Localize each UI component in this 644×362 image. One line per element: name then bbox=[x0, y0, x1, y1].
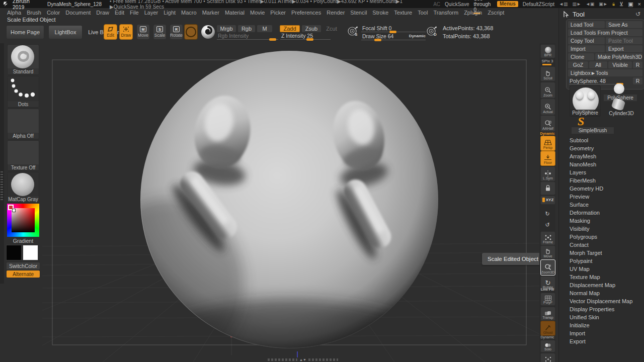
bpr-button[interactable]: BPR bbox=[540, 44, 555, 58]
clone-button[interactable]: Clone bbox=[568, 53, 594, 60]
zcut-button[interactable]: Zcut bbox=[323, 25, 340, 32]
lock-icon[interactable] bbox=[612, 2, 615, 7]
z-intensity-slider[interactable]: Z Intensity 25 bbox=[280, 33, 331, 40]
left-shelf-collapse-handle[interactable] bbox=[0, 43, 4, 284]
move-button[interactable]: M Move bbox=[136, 24, 150, 40]
zadd-button[interactable]: Zadd bbox=[280, 25, 300, 32]
quicksave-button[interactable]: QuickSave bbox=[445, 2, 469, 7]
slider-handle[interactable] bbox=[306, 38, 313, 41]
menu-item[interactable]: Macro bbox=[181, 10, 197, 16]
alternate-button[interactable]: Alternate bbox=[7, 270, 40, 278]
restore-icon[interactable]: ▣ bbox=[628, 2, 633, 7]
menu-item[interactable]: Material bbox=[225, 10, 245, 16]
import-button[interactable]: Import bbox=[568, 45, 605, 52]
actual-button[interactable]: Actual bbox=[540, 99, 555, 115]
mrgb-button[interactable]: Mrgb bbox=[217, 25, 236, 32]
tool-section-header[interactable]: Contact bbox=[570, 241, 640, 249]
tool-section-header[interactable]: Export bbox=[570, 337, 640, 345]
main-color-swatch[interactable] bbox=[6, 245, 22, 260]
tool-section-header[interactable]: Texture Map bbox=[570, 273, 640, 281]
lsym-button[interactable]: L.Sym bbox=[540, 166, 555, 182]
slider-handle[interactable] bbox=[269, 38, 276, 41]
draw-size-slider[interactable]: Draw Size 64 Dynamic bbox=[361, 33, 426, 40]
stroke-dial-icon[interactable]: S bbox=[347, 25, 359, 39]
menu-item[interactable]: Alpha bbox=[7, 10, 21, 16]
tool-section-header[interactable]: Polygroups bbox=[570, 233, 640, 241]
copy-tool-button[interactable]: Copy Tool bbox=[568, 37, 605, 44]
load-tools-from-project-button[interactable]: Load Tools From Project bbox=[568, 29, 642, 36]
goz-button[interactable]: GoZ bbox=[568, 61, 588, 68]
cylinder3d-thumb-label[interactable]: Cylinder3D bbox=[604, 111, 639, 116]
tool-section-header[interactable]: Unified Skin bbox=[570, 313, 640, 321]
menu-item[interactable]: Render bbox=[327, 10, 345, 16]
tool-section-header[interactable]: Display Properties bbox=[570, 305, 640, 313]
tool-section-header[interactable]: UV Map bbox=[570, 265, 640, 273]
export-button[interactable]: Export bbox=[606, 45, 642, 52]
load-tool-button[interactable]: Load Tool bbox=[568, 21, 605, 28]
dynamic-label[interactable]: Dynamic bbox=[409, 34, 426, 38]
alpha-selector[interactable]: Alpha Off bbox=[7, 109, 39, 139]
menu-item[interactable]: Edit bbox=[115, 10, 124, 16]
menu-item[interactable]: Color bbox=[47, 10, 60, 16]
minimize-icon[interactable]: ⊻ bbox=[619, 2, 623, 7]
floor-button[interactable]: Floor bbox=[540, 151, 555, 166]
rgb-intensity-slider[interactable]: Rgb Intensity bbox=[217, 33, 278, 40]
spin-z-icon[interactable]: ↺ bbox=[540, 220, 554, 230]
goz-r-button[interactable]: R bbox=[633, 61, 642, 68]
draw-button[interactable]: Draw bbox=[119, 24, 133, 40]
menu-item[interactable]: Marker bbox=[202, 10, 219, 16]
zoom-button[interactable]: Zoom bbox=[540, 82, 555, 99]
bottom-tray-handle[interactable]: ▲▼ bbox=[268, 358, 338, 361]
menu-item[interactable]: Zplugin bbox=[464, 10, 482, 16]
edit-button[interactable]: Edit bbox=[104, 24, 117, 40]
close-icon[interactable]: × bbox=[638, 2, 641, 7]
tool-section-header[interactable]: Visibility bbox=[570, 225, 640, 233]
depth-dial-icon[interactable]: D bbox=[426, 25, 438, 39]
switch-color-button[interactable]: SwitchColor bbox=[7, 262, 40, 269]
goz-all-button[interactable]: All bbox=[589, 61, 607, 68]
rotate-button[interactable]: R Rotate bbox=[170, 24, 183, 40]
panel-right-icon[interactable]: ▣► bbox=[599, 2, 607, 7]
focal-shift-slider[interactable]: Focal Shift 0 bbox=[361, 25, 426, 32]
simplebrush-thumb-label[interactable]: SimpleBrush bbox=[572, 127, 614, 134]
menu-item[interactable]: Zscript bbox=[488, 10, 504, 16]
tool-section-header[interactable]: Morph Target bbox=[570, 249, 640, 257]
save-as-button[interactable]: Save As bbox=[606, 21, 642, 28]
tool-section-header[interactable]: Vector Displacement Map bbox=[570, 297, 640, 305]
menu-item[interactable]: Preferences bbox=[291, 10, 321, 16]
zsub-button[interactable]: Zsub bbox=[302, 25, 321, 32]
active-tool-thumbnail[interactable]: PolySphere bbox=[570, 85, 601, 117]
lightbox-tools-button[interactable]: Lightbox►Tools bbox=[568, 69, 642, 76]
tool-section-header[interactable]: NanoMesh bbox=[570, 160, 640, 168]
panel-left-icon[interactable]: ◄▣ bbox=[586, 2, 594, 7]
frame-button[interactable]: Frame bbox=[540, 231, 555, 245]
menu-item[interactable]: Picker bbox=[270, 10, 286, 16]
menu-item[interactable]: Tool bbox=[418, 10, 428, 16]
brush-selector[interactable]: Standard bbox=[7, 44, 39, 75]
menu-item[interactable]: Texture bbox=[394, 10, 412, 16]
spin-y-icon[interactable]: ↻ bbox=[540, 209, 554, 219]
menu-item[interactable]: Brush bbox=[27, 10, 41, 16]
tool-section-header[interactable]: Geometry bbox=[570, 144, 640, 152]
dock-right-icon[interactable]: ▥► bbox=[572, 2, 581, 7]
goz-visible-button[interactable]: Visible bbox=[608, 61, 632, 68]
aahalf-button[interactable]: AAHalf bbox=[540, 115, 555, 132]
menu-item[interactable]: File bbox=[130, 10, 139, 16]
tool-r-button[interactable]: R bbox=[633, 77, 642, 84]
tool-section-header[interactable]: Surface bbox=[570, 201, 640, 209]
move-3d-button[interactable]: Move bbox=[540, 245, 555, 259]
transp-button[interactable]: Transp bbox=[540, 307, 555, 321]
menu-item[interactable]: Document bbox=[65, 10, 91, 16]
scale-button[interactable]: S Scale bbox=[153, 24, 167, 40]
dock-left-icon[interactable]: ◄▥ bbox=[559, 2, 568, 7]
default-zscript-button[interactable]: DefaultZScript bbox=[523, 2, 554, 7]
current-material-ball[interactable] bbox=[201, 25, 215, 39]
tool-section-header[interactable]: Geometry HD bbox=[570, 185, 640, 193]
tool-section-header[interactable]: ArrayMesh bbox=[570, 152, 640, 160]
tool-section-header[interactable]: Deformation bbox=[570, 209, 640, 217]
solo-button[interactable]: Solo bbox=[540, 340, 555, 352]
tool-panel-header[interactable]: Tool ↺ bbox=[563, 9, 640, 19]
menus-button[interactable]: Menus bbox=[497, 1, 518, 7]
texture-selector[interactable]: Texture Off bbox=[7, 140, 39, 171]
polyf-button[interactable]: PolyF bbox=[540, 293, 555, 306]
